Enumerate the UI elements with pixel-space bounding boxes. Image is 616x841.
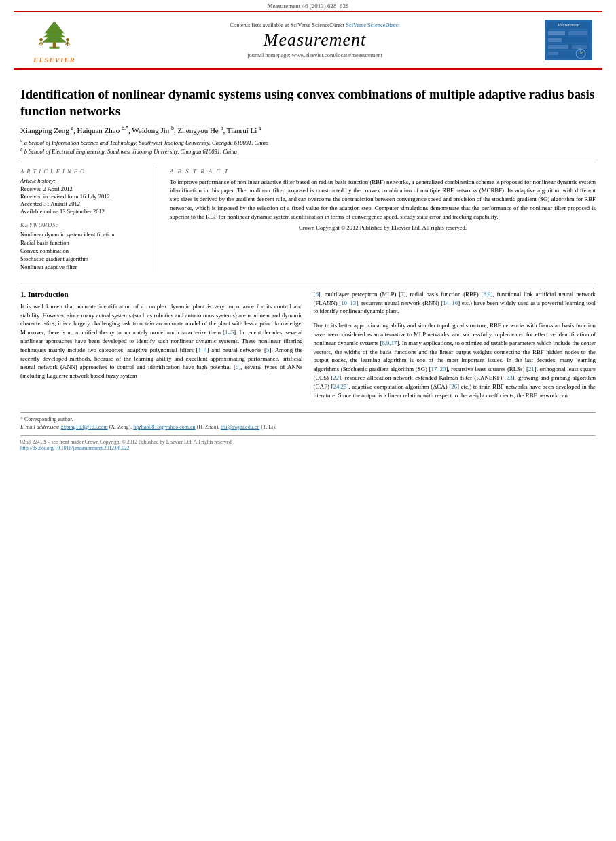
intro-paragraph-3: Due to its better approximating ability … bbox=[314, 321, 596, 399]
intro-paragraph-2: [6], multilayer perceptron (MLP) [7], ra… bbox=[314, 290, 596, 316]
doi-link[interactable]: http://dx.doi.org/10.1016/j.measurement.… bbox=[20, 445, 129, 451]
body-left-column: 1. Introduction It is well known that ac… bbox=[20, 290, 303, 406]
keyword-1: Nonlinear dynamic system identification bbox=[20, 231, 146, 238]
sciverse-note: Contents lists available at SciVerse Sci… bbox=[95, 22, 535, 29]
issn-line: 0263-2241/$ – see front matter Crown Cop… bbox=[20, 439, 596, 445]
article-container: Identification of nonlinear dynamic syst… bbox=[0, 70, 616, 465]
journal-header: ELSEVIER Contents lists available at Sci… bbox=[14, 11, 602, 69]
keyword-5: Nonlinear adaptive filter bbox=[20, 264, 146, 270]
keyword-3: Convex combination bbox=[20, 247, 146, 254]
email-zeng[interactable]: zxping163@163.com bbox=[61, 424, 108, 430]
article-info-column: A R T I C L E I N F O Article history: R… bbox=[20, 168, 156, 272]
abstract-copyright: Crown Copyright © 2012 Published by Else… bbox=[170, 224, 596, 231]
journal-reference: Measurement 46 (2013) 628–638 bbox=[0, 0, 616, 11]
journal-title: Measurement bbox=[95, 30, 535, 50]
svg-rect-21 bbox=[568, 31, 587, 35]
svg-point-9 bbox=[66, 38, 69, 41]
footnote-section: * Corresponding author. E-mail addresses… bbox=[20, 412, 596, 430]
keyword-4: Stochastic gradient algorithm bbox=[20, 255, 146, 262]
svg-rect-22 bbox=[548, 38, 562, 42]
affiliation-a: a a School of Information Science and Te… bbox=[20, 138, 596, 146]
abstract-column: A B S T R A C T To improve performance o… bbox=[170, 168, 596, 272]
email-addresses: E-mail addresses: zxping163@163.com (X. … bbox=[20, 424, 596, 430]
abstract-text: To improve performance of nonlinear adap… bbox=[170, 178, 596, 221]
sciverse-link[interactable]: SciVerse ScienceDirect bbox=[346, 22, 400, 29]
accepted-date: Accepted 31 August 2012 bbox=[20, 200, 146, 207]
history-label: Article history: bbox=[20, 177, 146, 184]
doi-line: http://dx.doi.org/10.1016/j.measurement.… bbox=[20, 445, 596, 451]
svg-rect-20 bbox=[548, 31, 565, 35]
journal-ref-text: Measurement 46 (2013) 628–638 bbox=[267, 3, 348, 10]
received-date: Received 2 April 2012 bbox=[20, 185, 146, 192]
email-zhao[interactable]: hqzhao0815@yahoo.com.cn bbox=[133, 424, 195, 430]
affiliation-b: b b School of Electrical Engineering, So… bbox=[20, 147, 596, 155]
svg-point-5 bbox=[39, 38, 43, 41]
body-right-column: [6], multilayer perceptron (MLP) [7], ra… bbox=[314, 290, 596, 406]
abstract-label: A B S T R A C T bbox=[170, 168, 596, 175]
svg-rect-24 bbox=[572, 45, 587, 49]
body-content: 1. Introduction It is well known that ac… bbox=[20, 283, 596, 406]
email-li[interactable]: trli@swjtu.edu.cn bbox=[221, 424, 259, 430]
keyword-2: Radial basis function bbox=[20, 239, 146, 246]
sciverse-text: Contents lists available at SciVerse Sci… bbox=[230, 22, 344, 29]
section1-title: 1. Introduction bbox=[20, 290, 303, 298]
measurement-cover-svg: Measurement bbox=[545, 20, 592, 60]
elsevier-logo: ELSEVIER bbox=[20, 16, 88, 64]
elsevier-wordmark: ELSEVIER bbox=[33, 56, 75, 64]
footer-bottom: 0263-2241/$ – see front matter Crown Cop… bbox=[20, 435, 596, 451]
svg-text:Measurement: Measurement bbox=[557, 23, 580, 27]
corresponding-note: * Corresponding author. bbox=[20, 416, 596, 423]
revised-date: Received in revised form 16 July 2012 bbox=[20, 193, 146, 200]
online-date: Available online 13 September 2012 bbox=[20, 208, 146, 215]
article-info-label: A R T I C L E I N F O bbox=[20, 168, 146, 175]
svg-rect-23 bbox=[548, 45, 568, 49]
affiliations: a a School of Information Science and Te… bbox=[20, 138, 596, 155]
keywords-label: Keywords: bbox=[20, 221, 146, 228]
svg-rect-25 bbox=[548, 52, 558, 55]
article-title: Identification of nonlinear dynamic syst… bbox=[20, 86, 596, 120]
measurement-icon-box: Measurement bbox=[545, 20, 592, 60]
journal-homepage: journal homepage: www.elsevier.com/locat… bbox=[95, 52, 535, 58]
elsevier-tree-icon bbox=[34, 16, 75, 54]
journal-center-content: Contents lists available at SciVerse Sci… bbox=[95, 22, 535, 58]
keywords-section: Keywords: Nonlinear dynamic system ident… bbox=[20, 221, 146, 270]
elsevier-logo-section: ELSEVIER bbox=[20, 16, 88, 64]
intro-paragraph-1: It is well known that accurate identific… bbox=[20, 302, 303, 380]
measurement-journal-icon: Measurement bbox=[541, 20, 596, 60]
article-info-abstract: A R T I C L E I N F O Article history: R… bbox=[20, 162, 596, 272]
authors-line: Xiangping Zeng a, Haiquan Zhao b,*, Weid… bbox=[20, 125, 596, 135]
article-history: Article history: Received 2 April 2012 R… bbox=[20, 177, 146, 215]
